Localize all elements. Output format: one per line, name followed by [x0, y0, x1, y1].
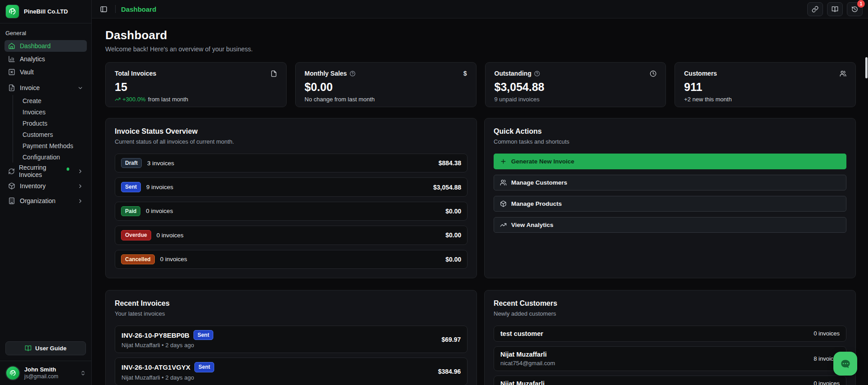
- sidebar-item-label: Analytics: [20, 55, 45, 63]
- stat-value: $3,054.88: [495, 81, 657, 94]
- sidebar-item-organization[interactable]: Organization: [4, 195, 87, 207]
- generate-new-invoice-button[interactable]: Generate New Invoice: [494, 154, 846, 169]
- bar-chart-icon: [8, 55, 16, 63]
- button-label: View Analytics: [511, 222, 553, 228]
- sub-item-label: Invoices: [22, 109, 45, 116]
- stat-note-highlight: +300.0%: [122, 96, 146, 103]
- stat-value: $0.00: [305, 81, 467, 94]
- scrollbar-thumb[interactable]: [865, 57, 868, 78]
- status-badge: Sent: [121, 182, 141, 192]
- status-count: 3 invoices: [147, 160, 174, 167]
- building-icon: [8, 197, 16, 204]
- sidebar-item-payment-methods[interactable]: Payment Methods: [20, 140, 87, 151]
- customer-row[interactable]: Nijat Muzaffarli nicat754@gmail.com 8 in…: [494, 346, 846, 371]
- plus-icon: [500, 158, 507, 165]
- status-badge: Cancelled: [121, 254, 155, 264]
- recent-customers-card: Recent Customers Newly added customers t…: [484, 290, 856, 385]
- clock-icon: [650, 70, 657, 77]
- sidebar-item-customers[interactable]: Customers: [20, 129, 87, 140]
- status-row-overdue: Overdue 0 invoices $0.00: [115, 226, 468, 245]
- help-circle-icon[interactable]: [350, 71, 355, 77]
- invoice-amount: $69.97: [441, 336, 461, 343]
- stat-card-monthly-sales: Monthly Sales $ $0.00 No change from las…: [295, 62, 477, 107]
- share-link-button[interactable]: [807, 2, 823, 16]
- pinebill-logo-icon: [5, 5, 19, 18]
- invoice-amount: $384.96: [438, 368, 461, 375]
- sidebar-item-invoices[interactable]: Invoices: [20, 106, 87, 118]
- card-title: Quick Actions: [494, 127, 846, 136]
- sidebar-item-inventory[interactable]: Inventory: [4, 180, 87, 192]
- sidebar-item-label: Recurring Invoices: [19, 164, 62, 178]
- customer-name: Nijat Muzaffarli: [500, 351, 555, 358]
- user-email: js@gmail.com: [24, 373, 76, 380]
- sidebar-item-invoice[interactable]: Invoice: [4, 82, 87, 94]
- stat-note-text: from last month: [148, 96, 189, 103]
- stats-row: Total Invoices 15 +300.0% from last mont…: [105, 62, 856, 107]
- user-menu[interactable]: John Smith js@gmail.com: [0, 361, 91, 385]
- invoice-row[interactable]: INV-26-10-ATG1VGYX Sent Nijat Muzaffarli…: [115, 358, 468, 385]
- main-content: Dashboard Welcome back! Here's an overvi…: [92, 18, 868, 385]
- stat-label: Outstanding: [495, 70, 531, 77]
- nav-section-general: General: [5, 30, 86, 36]
- button-label: Manage Products: [511, 200, 562, 207]
- card-subtitle: Newly added customers: [494, 310, 846, 317]
- card-title: Recent Invoices: [115, 299, 468, 308]
- invoice-submenu: Create Invoices Products Customers Payme…: [13, 95, 87, 163]
- customer-row[interactable]: Nijat Muzafarli 0 invoices: [494, 376, 846, 385]
- stat-label: Customers: [684, 70, 717, 77]
- page-subtitle: Welcome back! Here's an overview of your…: [105, 45, 856, 53]
- user-guide-button[interactable]: User Guide: [5, 341, 86, 355]
- stat-label: Monthly Sales: [305, 70, 347, 77]
- invoice-id: INV-26-10-PY8EBP0B: [121, 331, 189, 339]
- sidebar-item-products[interactable]: Products: [20, 118, 87, 129]
- sidebar-item-analytics[interactable]: Analytics: [4, 53, 87, 65]
- manage-products-button[interactable]: Manage Products: [494, 196, 846, 212]
- sidebar-toggle-button[interactable]: [97, 3, 110, 15]
- sidebar-item-label: Invoice: [20, 84, 40, 91]
- customer-name: Nijat Muzafarli: [500, 380, 544, 385]
- chevron-right-icon: [77, 183, 83, 189]
- status-badge: Overdue: [121, 230, 151, 240]
- invoice-row[interactable]: INV-26-10-PY8EBP0B Sent Nijat Muzaffarli…: [115, 326, 468, 353]
- book-open-icon: [25, 345, 31, 352]
- customer-row[interactable]: test customer 0 invoices: [494, 326, 846, 342]
- chevron-right-icon: [77, 168, 83, 174]
- sidebar-item-vault[interactable]: Vault: [4, 66, 87, 78]
- stat-value: 911: [684, 81, 846, 94]
- sidebar-item-configuration[interactable]: Configuration: [20, 151, 87, 163]
- card-subtitle: Current status of all invoices of curren…: [115, 138, 468, 145]
- card-title: Recent Customers: [494, 299, 846, 308]
- help-circle-icon[interactable]: [534, 71, 540, 77]
- history-button[interactable]: 1: [847, 2, 863, 16]
- avatar: [5, 366, 20, 380]
- status-amount: $0.00: [445, 231, 461, 239]
- docs-button[interactable]: [827, 2, 843, 16]
- file-icon: [270, 70, 277, 77]
- stat-card-outstanding: Outstanding $3,054.88 9 unpaid invoices: [485, 62, 666, 107]
- button-label: Generate New Invoice: [511, 158, 574, 165]
- sidebar-item-create[interactable]: Create: [20, 95, 87, 106]
- status-badge: Draft: [121, 158, 142, 168]
- sub-item-label: Configuration: [22, 154, 60, 161]
- invoice-id: INV-26-10-ATG1VGYX: [121, 363, 190, 371]
- status-amount: $0.00: [445, 256, 461, 263]
- status-count: 0 invoices: [146, 208, 173, 214]
- brand-name: PineBill Co.LTD: [24, 8, 68, 15]
- sidebar-item-recurring-invoices[interactable]: Recurring Invoices: [4, 165, 87, 177]
- app-root: PineBill Co.LTD General Dashboard Analyt…: [0, 0, 868, 385]
- view-analytics-button[interactable]: View Analytics: [494, 217, 846, 233]
- card-title: Invoice Status Overview: [115, 127, 468, 136]
- sidebar-item-dashboard[interactable]: Dashboard: [4, 40, 87, 52]
- brand[interactable]: PineBill Co.LTD: [0, 0, 91, 23]
- customer-invoice-count: 0 invoices: [814, 380, 840, 385]
- card-subtitle: Common tasks and shortcuts: [494, 138, 846, 145]
- status-badge: Sent: [193, 330, 213, 340]
- status-row-draft: Draft 3 invoices $884.38: [115, 154, 468, 172]
- new-indicator-dot: [67, 168, 69, 171]
- user-info: John Smith js@gmail.com: [24, 366, 76, 380]
- sub-item-label: Payment Methods: [22, 142, 73, 149]
- chat-support-button[interactable]: [833, 352, 857, 376]
- invoice-status-card: Invoice Status Overview Current status o…: [105, 118, 477, 278]
- manage-customers-button[interactable]: Manage Customers: [494, 175, 846, 190]
- customer-email: nicat754@gmail.com: [500, 360, 555, 367]
